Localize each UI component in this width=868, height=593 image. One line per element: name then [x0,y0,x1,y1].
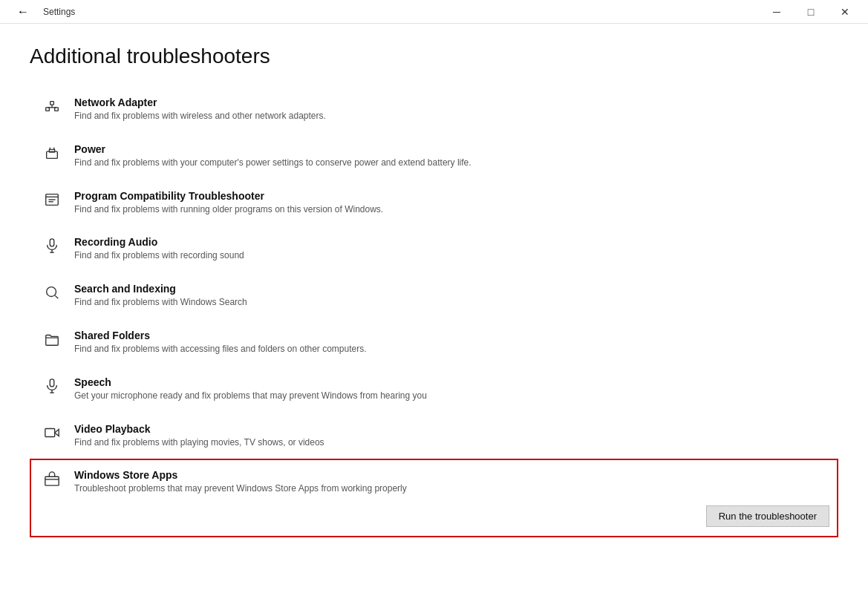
program-icon [39,190,65,208]
store-title: Windows Store Apps [74,469,829,481]
svg-rect-14 [50,239,54,246]
svg-rect-7 [49,149,54,152]
svg-rect-23 [45,428,55,436]
minimize-icon: ─ [773,7,780,17]
search-desc: Find and fix problems with Windows Searc… [74,296,829,309]
power-icon [39,143,65,161]
folder-icon [39,330,65,347]
list-item[interactable]: Network Adapter Find and fix problems wi… [30,86,838,133]
speech-content: Speech Get your microphone ready and fix… [65,376,829,402]
list-item[interactable]: Shared Folders Find and fix problems wit… [30,319,838,366]
recording-desc: Find and fix problems with recording sou… [74,249,829,262]
network-title: Network Adapter [74,96,829,108]
store-content: Windows Store Apps Troubleshoot problems… [65,469,829,527]
back-arrow-icon: ← [17,5,29,19]
power-content: Power Find and fix problems with your co… [65,143,829,169]
window-controls: ─ □ ✕ [760,0,862,24]
power-title: Power [74,143,829,155]
close-button[interactable]: ✕ [828,0,862,24]
shared-title: Shared Folders [74,330,829,341]
network-content: Network Adapter Find and fix problems wi… [65,96,829,122]
video-icon [39,423,65,441]
close-icon: ✕ [841,7,849,17]
list-item[interactable]: Power Find and fix problems with your co… [30,133,838,180]
network-desc: Find and fix problems with wireless and … [74,110,829,122]
search-icon [39,283,65,301]
video-content: Video Playback Find and fix problems wit… [65,423,829,449]
main-content: Additional troubleshooters Network Adapt… [0,24,868,593]
svg-rect-25 [45,477,59,486]
search-content: Search and Indexing Find and fix problem… [65,283,829,309]
svg-rect-1 [50,102,54,105]
svg-marker-24 [55,429,59,436]
list-item[interactable]: Program Compatibility Troubleshooter Fin… [30,180,838,226]
program-desc: Find and fix problems with running older… [74,203,829,216]
back-button[interactable]: ← [6,0,40,24]
list-item[interactable]: Recording Audio Find and fix problems wi… [30,226,838,272]
list-item[interactable]: Windows Store Apps Troubleshoot problems… [30,459,838,537]
video-title: Video Playback [74,423,829,435]
list-item[interactable]: Search and Indexing Find and fix problem… [30,272,838,319]
power-desc: Find and fix problems with your computer… [74,157,829,169]
network-icon [39,96,65,114]
video-desc: Find and fix problems with playing movie… [74,436,829,449]
list-item[interactable]: Video Playback Find and fix problems wit… [30,413,838,459]
maximize-button[interactable]: □ [794,0,828,24]
speech-title: Speech [74,376,829,388]
program-title: Program Compatibility Troubleshooter [74,190,829,202]
svg-rect-19 [46,338,59,345]
minimize-button[interactable]: ─ [760,0,794,24]
recording-content: Recording Audio Find and fix problems wi… [65,236,829,262]
search-title: Search and Indexing [74,283,829,295]
program-content: Program Compatibility Troubleshooter Fin… [65,190,829,216]
shared-content: Shared Folders Find and fix problems wit… [65,330,829,356]
svg-point-17 [47,287,56,297]
list-item[interactable]: Speech Get your microphone ready and fix… [30,366,838,413]
microphone-icon [39,236,65,254]
svg-line-18 [55,295,58,298]
svg-rect-20 [50,379,54,387]
page-title: Additional troubleshooters [30,45,838,68]
speech-icon [39,376,65,394]
run-troubleshooter-button[interactable]: Run the troubleshooter [706,505,829,527]
speech-desc: Get your microphone ready and fix proble… [74,390,829,402]
store-icon [39,469,65,487]
store-desc: Troubleshoot problems that may prevent W… [74,482,829,495]
maximize-icon: □ [808,7,814,17]
titlebar: ← Settings ─ □ ✕ [0,0,868,24]
recording-title: Recording Audio [74,236,829,248]
troubleshooter-list: Network Adapter Find and fix problems wi… [30,86,838,537]
app-title: Settings [40,7,760,17]
shared-desc: Find and fix problems with accessing fil… [74,343,829,356]
